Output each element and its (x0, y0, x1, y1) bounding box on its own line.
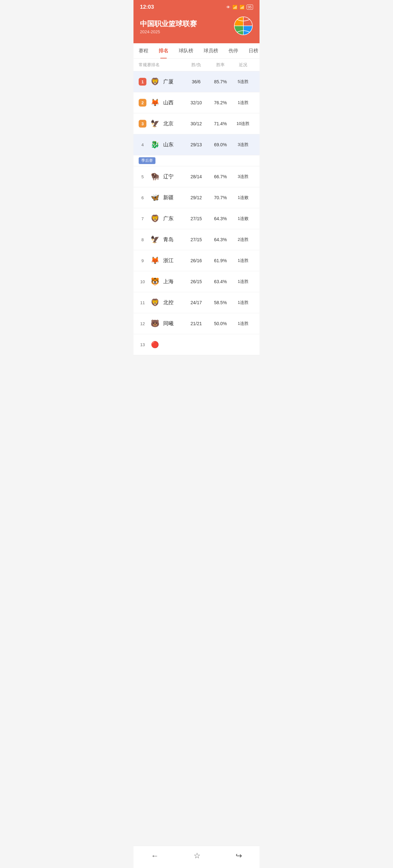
rank-badge-13: 13 (139, 341, 146, 348)
header-rank-name: 常规赛排名 (139, 62, 183, 68)
tab-team-rank[interactable]: 球队榜 (173, 43, 198, 58)
team-name-1: 广厦 (163, 79, 183, 85)
playoff-divider: 季后赛 (134, 155, 259, 166)
team-name-9: 浙江 (163, 257, 183, 264)
team-row[interactable]: 7 🦁 广东 27/15 64.3% 1连败 (134, 208, 259, 229)
rank-badge-10: 10 (139, 278, 146, 285)
team-streak-8: 2连胜 (232, 237, 254, 243)
teams-list: 1 🦁 广厦 36/6 85.7% 5连胜 2 🦊 山西 32/10 76.2%… (134, 71, 259, 334)
back-button[interactable]: ← (144, 850, 165, 862)
team-logo-5: 🦬 (149, 171, 161, 182)
team-record-6: 29/12 (183, 195, 209, 200)
team-winpct-4: 69.0% (209, 142, 232, 147)
tab-ranking[interactable]: 排名 (153, 43, 173, 58)
header-text: 中国职业篮球联赛 2024-2025 (140, 19, 197, 34)
rank-badge-4: 4 (139, 141, 146, 149)
status-icons: 👁 📶 📶 95 (226, 4, 253, 10)
rank-badge-8: 8 (139, 236, 146, 244)
team-winpct-7: 64.3% (209, 216, 232, 221)
team-winpct-1: 85.7% (209, 79, 232, 84)
team-logo-1: 🦁 (149, 76, 161, 88)
team-record-4: 29/13 (183, 142, 209, 147)
team-winpct-12: 50.0% (209, 321, 232, 326)
team-logo-4: 🐉 (149, 139, 161, 151)
header: 中国职业篮球联赛 2024-2025 (134, 13, 259, 43)
team-row[interactable]: 10 🐯 上海 26/15 63.4% 1连胜 (134, 271, 259, 292)
header-streak: 近况 (232, 62, 254, 68)
team-name-10: 上海 (163, 278, 183, 285)
nav-tabs: 赛程 排名 球队榜 球员榜 伤停 日榜 新闻 (134, 43, 259, 59)
team-winpct-6: 70.7% (209, 195, 232, 200)
team-winpct-5: 66.7% (209, 174, 232, 179)
team-name-11: 北控 (163, 299, 183, 306)
team-row[interactable]: 6 🦋 新疆 29/12 70.7% 1连败 (134, 187, 259, 208)
team-row[interactable]: 9 🦊 浙江 26/16 61.9% 1连胜 (134, 250, 259, 271)
team-logo-11: 🦁 (149, 297, 161, 308)
team-name-12: 同曦 (163, 320, 183, 327)
team-record-10: 26/15 (183, 279, 209, 284)
rank-badge-12: 12 (139, 320, 146, 328)
share-button[interactable]: ↪ (229, 850, 249, 862)
team-logo-2: 🦊 (149, 97, 161, 108)
table-header: 常规赛排名 胜/负 胜率 近况 (134, 59, 259, 71)
team-row[interactable]: 1 🦁 广厦 36/6 85.7% 5连胜 (134, 71, 259, 92)
team-row[interactable]: 3 🦅 北京 30/12 71.4% 10连胜 (134, 113, 259, 134)
team-name-4: 山东 (163, 142, 183, 148)
bookmark-button[interactable]: ☆ (187, 850, 207, 862)
team-record-5: 28/14 (183, 174, 209, 179)
team-record-11: 24/17 (183, 300, 209, 305)
team-row-partial[interactable]: 13 🔴 (134, 334, 259, 355)
team-name-6: 新疆 (163, 194, 183, 201)
team-row[interactable]: 8 🦅 青岛 27/15 64.3% 2连胜 (134, 229, 259, 250)
bottom-nav: ← ☆ ↪ (134, 846, 259, 868)
team-streak-11: 1连胜 (232, 300, 254, 306)
team-record-3: 30/12 (183, 121, 209, 126)
rank-badge-1: 1 (139, 78, 146, 86)
team-row[interactable]: 2 🦊 山西 32/10 76.2% 1连胜 (134, 92, 259, 113)
team-streak-2: 1连胜 (232, 100, 254, 105)
team-streak-7: 1连败 (232, 216, 254, 221)
team-logo-12: 🐻 (149, 318, 161, 330)
header-record: 胜/负 (183, 62, 209, 68)
rank-badge-5: 5 (139, 173, 146, 181)
team-name-2: 山西 (163, 99, 183, 106)
team-logo-10: 🐯 (149, 276, 161, 287)
team-winpct-2: 76.2% (209, 100, 232, 105)
tab-player-rank[interactable]: 球员榜 (198, 43, 223, 58)
tab-injury[interactable]: 伤停 (223, 43, 243, 58)
playoff-badge: 季后赛 (139, 157, 156, 164)
app-subtitle: 2024-2025 (140, 29, 197, 34)
status-time: 12:03 (140, 4, 154, 10)
rank-badge-7: 7 (139, 215, 146, 222)
team-record-7: 27/15 (183, 216, 209, 221)
tab-schedule[interactable]: 赛程 (134, 43, 153, 58)
team-name-8: 青岛 (163, 237, 183, 243)
team-streak-12: 1连胜 (232, 321, 254, 327)
team-streak-5: 3连胜 (232, 174, 254, 180)
team-record-1: 36/6 (183, 79, 209, 84)
league-logo (234, 16, 253, 37)
team-winpct-10: 63.4% (209, 279, 232, 284)
team-record-9: 26/16 (183, 258, 209, 263)
team-name-3: 北京 (163, 120, 183, 127)
team-name-7: 广东 (163, 215, 183, 222)
rank-badge-3: 3 (139, 120, 146, 128)
team-streak-9: 1连胜 (232, 258, 254, 264)
team-row[interactable]: 4 🐉 山东 29/13 69.0% 3连胜 (134, 134, 259, 155)
team-row[interactable]: 12 🐻 同曦 21/21 50.0% 1连胜 (134, 313, 259, 334)
rank-badge-6: 6 (139, 194, 146, 202)
rank-badge-2: 2 (139, 99, 146, 106)
eye-icon: 👁 (226, 5, 230, 10)
tab-daily[interactable]: 日榜 (243, 43, 259, 58)
wifi-icon: 📶 (232, 5, 237, 10)
status-bar: 12:03 👁 📶 📶 95 (134, 0, 259, 13)
team-record-8: 27/15 (183, 237, 209, 242)
team-logo-7: 🦁 (149, 213, 161, 224)
team-winpct-11: 58.5% (209, 300, 232, 305)
team-row[interactable]: 5 🦬 辽宁 28/14 66.7% 3连胜 (134, 166, 259, 187)
rank-badge-11: 11 (139, 299, 146, 306)
team-row[interactable]: 11 🦁 北控 24/17 58.5% 1连胜 (134, 292, 259, 313)
team-streak-6: 1连败 (232, 195, 254, 200)
team-winpct-9: 61.9% (209, 258, 232, 263)
team-name-5: 辽宁 (163, 174, 183, 180)
